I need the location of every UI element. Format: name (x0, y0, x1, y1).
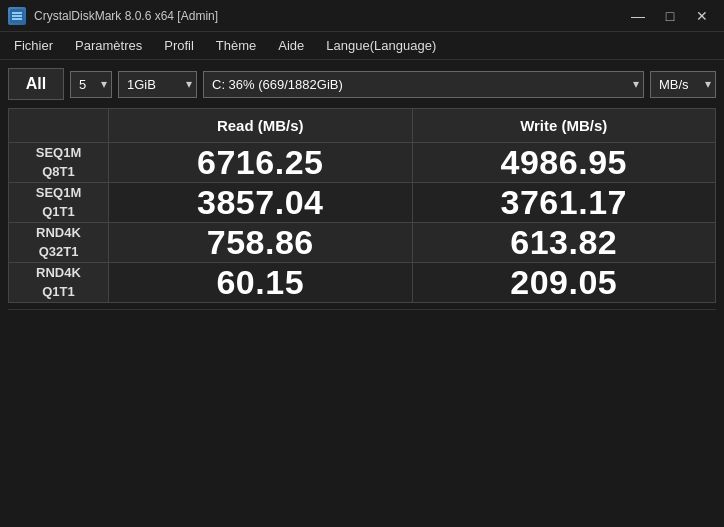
drive-select[interactable]: C: 36% (669/1882GiB) (203, 71, 644, 98)
iterations-wrapper[interactable]: 1359 (70, 71, 112, 98)
menu-item-theme[interactable]: Thème (206, 34, 266, 57)
row-label-0: SEQ1MQ8T1 (9, 143, 109, 183)
row-write-2: 613.82 (412, 223, 716, 263)
header-empty-cell (9, 109, 109, 143)
benchmark-table: Read (MB/s) Write (MB/s) SEQ1MQ8T16716.2… (8, 108, 716, 303)
row-read-3: 60.15 (109, 263, 413, 303)
table-row: SEQ1MQ8T16716.254986.95 (9, 143, 716, 183)
minimize-button[interactable]: — (624, 6, 652, 26)
close-button[interactable]: ✕ (688, 6, 716, 26)
status-bar (8, 309, 716, 333)
drive-wrapper[interactable]: C: 36% (669/1882GiB) (203, 71, 644, 98)
table-row: RND4KQ32T1758.86613.82 (9, 223, 716, 263)
menu-item-aide[interactable]: Aide (268, 34, 314, 57)
all-label[interactable]: All (8, 68, 64, 100)
controls-row: All 1359 512MiB1GiB2GiB4GiB8GiB16GiB32Gi… (8, 68, 716, 100)
svg-rect-3 (12, 18, 22, 20)
row-read-0: 6716.25 (109, 143, 413, 183)
read-header: Read (MB/s) (109, 109, 413, 143)
benchmark-container: Read (MB/s) Write (MB/s) SEQ1MQ8T16716.2… (8, 108, 716, 303)
title-bar: CrystalDiskMark 8.0.6 x64 [Admin] — □ ✕ (0, 0, 724, 32)
menu-item-fichier[interactable]: Fichier (4, 34, 63, 57)
menu-item-parametres[interactable]: Paramètres (65, 34, 152, 57)
menu-item-langue[interactable]: Langue(Language) (316, 34, 446, 57)
row-write-0: 4986.95 (412, 143, 716, 183)
menu-bar: FichierParamètresProfilThèmeAideLangue(L… (0, 32, 724, 60)
title-bar-left: CrystalDiskMark 8.0.6 x64 [Admin] (8, 7, 218, 25)
size-wrapper[interactable]: 512MiB1GiB2GiB4GiB8GiB16GiB32GiB64GiB (118, 71, 197, 98)
table-header-row: Read (MB/s) Write (MB/s) (9, 109, 716, 143)
iterations-select[interactable]: 1359 (70, 71, 112, 98)
svg-rect-1 (12, 15, 22, 17)
row-write-3: 209.05 (412, 263, 716, 303)
unit-select[interactable]: MB/sGB/sIOPSμs (650, 71, 716, 98)
row-label-2: RND4KQ32T1 (9, 223, 109, 263)
title-bar-title: CrystalDiskMark 8.0.6 x64 [Admin] (34, 9, 218, 23)
table-row: SEQ1MQ1T13857.043761.17 (9, 183, 716, 223)
menu-item-profil[interactable]: Profil (154, 34, 204, 57)
size-select[interactable]: 512MiB1GiB2GiB4GiB8GiB16GiB32GiB64GiB (118, 71, 197, 98)
row-label-3: RND4KQ1T1 (9, 263, 109, 303)
app-icon (8, 7, 26, 25)
main-content: All 1359 512MiB1GiB2GiB4GiB8GiB16GiB32Gi… (0, 60, 724, 341)
table-row: RND4KQ1T160.15209.05 (9, 263, 716, 303)
row-read-2: 758.86 (109, 223, 413, 263)
row-write-1: 3761.17 (412, 183, 716, 223)
svg-rect-2 (12, 12, 22, 14)
maximize-button[interactable]: □ (656, 6, 684, 26)
row-read-1: 3857.04 (109, 183, 413, 223)
write-header: Write (MB/s) (412, 109, 716, 143)
row-label-1: SEQ1MQ1T1 (9, 183, 109, 223)
unit-wrapper[interactable]: MB/sGB/sIOPSμs (650, 71, 716, 98)
title-bar-controls: — □ ✕ (624, 6, 716, 26)
